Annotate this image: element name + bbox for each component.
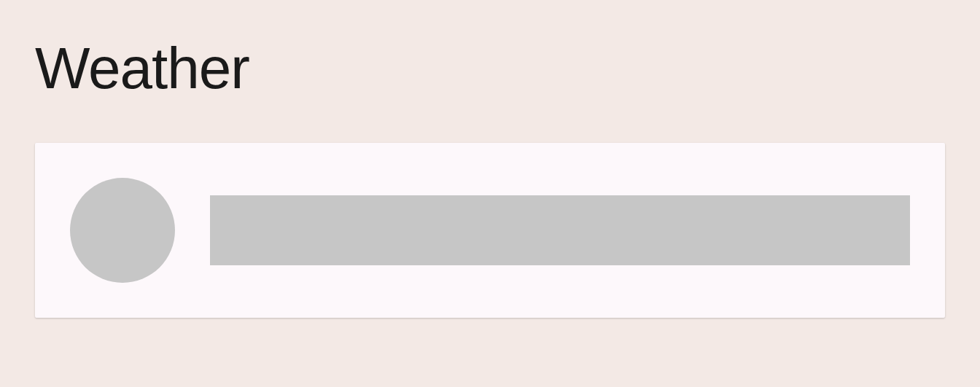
page-title: Weather bbox=[35, 35, 945, 102]
weather-card-skeleton bbox=[35, 143, 945, 318]
skeleton-avatar-placeholder bbox=[70, 178, 175, 283]
skeleton-text-placeholder bbox=[210, 195, 910, 265]
